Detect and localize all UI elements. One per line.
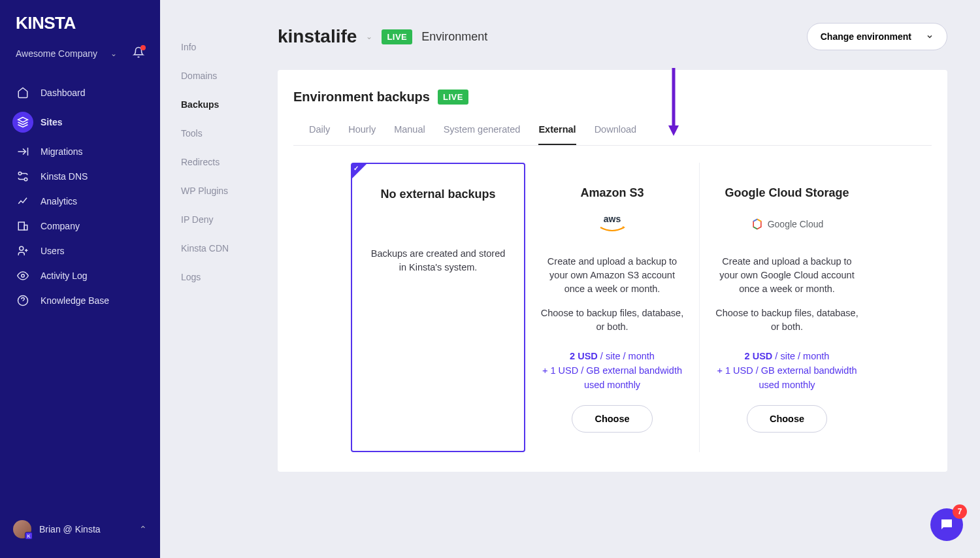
external-backup-cards: No external backups Backups are created … <box>293 163 932 452</box>
sidebar-item-dns[interactable]: Kinsta DNS <box>5 164 155 189</box>
site-name: kinstalife <box>278 26 357 47</box>
subnav-logs[interactable]: Logs <box>181 263 245 291</box>
change-environment-button[interactable]: Change environment <box>807 23 947 50</box>
migration-icon <box>17 146 29 157</box>
card-google-cloud-storage[interactable]: Google Cloud Storage Google Cloud Create… <box>700 163 874 452</box>
company-selector[interactable]: Awesome Company ⌄ <box>0 46 160 74</box>
backups-panel: Environment backups LIVE Daily Hourly Ma… <box>278 70 947 472</box>
sidebar-item-label: Migrations <box>41 146 83 157</box>
live-badge: LIVE <box>438 90 468 105</box>
sidebar-item-label: Users <box>41 246 65 256</box>
tab-daily[interactable]: Daily <box>309 124 330 145</box>
svg-point-4 <box>20 246 24 250</box>
layers-icon <box>17 116 29 128</box>
tab-external[interactable]: External <box>538 124 576 145</box>
logo-text: KINSTA <box>16 13 76 33</box>
card-desc: Create and upload a backup to your own G… <box>714 255 860 296</box>
card-desc: Choose to backup files, database, or bot… <box>714 306 860 334</box>
avatar-badge: K <box>25 532 33 540</box>
card-amazon-s3[interactable]: Amazon S3 aws Create and upload a backup… <box>525 163 700 452</box>
user-menu[interactable]: K Brian @ Kinsta ⌃ <box>0 514 160 545</box>
chat-icon <box>939 517 955 533</box>
avatar: K <box>13 520 31 538</box>
subnav-domains[interactable]: Domains <box>181 61 245 90</box>
sidebar-item-label: Activity Log <box>41 271 88 281</box>
notifications-bell[interactable] <box>133 46 144 61</box>
subnav-wp-plugins[interactable]: WP Plugins <box>181 176 245 205</box>
sidebar-item-label: Dashboard <box>41 88 86 98</box>
svg-text:aws: aws <box>604 214 621 224</box>
env-label: Environment <box>421 30 487 44</box>
site-subnav: Info Domains Backups Tools Redirects WP … <box>160 0 245 558</box>
tab-manual[interactable]: Manual <box>394 124 425 145</box>
card-title: No external backups <box>380 188 495 201</box>
tab-download[interactable]: Download <box>595 124 637 145</box>
sidebar-item-knowledge-base[interactable]: Knowledge Base <box>5 288 155 313</box>
tab-hourly[interactable]: Hourly <box>348 124 376 145</box>
chevron-down-icon <box>926 33 934 41</box>
sidebar-item-company[interactable]: Company <box>5 214 155 238</box>
main-sidebar: KINSTA Awesome Company ⌄ Dashboard Sites… <box>0 0 160 558</box>
svg-point-5 <box>22 274 25 278</box>
sidebar-item-activity-log[interactable]: Activity Log <box>5 263 155 288</box>
sidebar-item-label: Knowledge Base <box>41 295 109 306</box>
chevron-down-icon[interactable]: ⌄ <box>366 32 372 41</box>
panel-title: Environment backups <box>293 90 430 105</box>
subnav-ip-deny[interactable]: IP Deny <box>181 205 245 234</box>
user-name: Brian @ Kinsta <box>39 524 101 534</box>
card-no-external-backups[interactable]: No external backups Backups are created … <box>351 163 525 452</box>
backup-tabs: Daily Hourly Manual System generated Ext… <box>293 124 932 146</box>
aws-logo: aws <box>594 213 630 235</box>
google-cloud-logo: Google Cloud <box>751 213 824 235</box>
choose-button[interactable]: Choose <box>747 405 827 433</box>
dns-icon <box>17 171 29 182</box>
subnav-backups[interactable]: Backups <box>181 90 245 119</box>
subnav-tools[interactable]: Tools <box>181 119 245 148</box>
card-desc: Create and upload a backup to your own A… <box>540 255 685 296</box>
sidebar-item-dashboard[interactable]: Dashboard <box>5 80 155 105</box>
company-name: Awesome Company <box>16 48 97 59</box>
svg-point-1 <box>24 178 27 181</box>
check-icon <box>352 164 367 178</box>
subnav-info[interactable]: Info <box>181 33 245 61</box>
intercom-badge: 7 <box>953 504 967 519</box>
card-title: Amazon S3 <box>580 186 644 200</box>
subnav-kinsta-cdn[interactable]: Kinsta CDN <box>181 234 245 263</box>
intercom-button[interactable]: 7 <box>930 508 963 541</box>
card-desc: Choose to backup files, database, or bot… <box>540 306 685 334</box>
sidebar-item-label: Analytics <box>41 196 77 206</box>
svg-rect-2 <box>18 222 24 230</box>
main-content: kinstalife ⌄ LIVE Environment Change env… <box>245 0 980 558</box>
choose-button[interactable]: Choose <box>572 405 652 433</box>
sidebar-item-label: Kinsta DNS <box>41 171 88 182</box>
primary-nav: Dashboard Sites Migrations Kinsta DNS An… <box>0 74 160 320</box>
analytics-icon <box>17 195 29 207</box>
tab-system-generated[interactable]: System generated <box>444 124 521 145</box>
chevron-down-icon: ⌄ <box>110 49 117 58</box>
svg-point-0 <box>18 172 22 175</box>
live-badge: LIVE <box>382 29 412 44</box>
page-header: kinstalife ⌄ LIVE Environment Change env… <box>278 23 947 50</box>
svg-rect-3 <box>24 225 27 231</box>
company-icon <box>17 220 29 232</box>
card-desc: Backups are created and stored in Kinsta… <box>367 247 510 274</box>
sidebar-item-analytics[interactable]: Analytics <box>5 189 155 214</box>
sidebar-item-migrations[interactable]: Migrations <box>5 139 155 164</box>
users-icon <box>17 245 29 257</box>
home-icon <box>17 87 29 99</box>
chevron-up-icon: ⌃ <box>139 524 147 534</box>
sidebar-item-label: Company <box>41 221 80 231</box>
sidebar-item-label: Sites <box>41 117 62 127</box>
notification-dot <box>140 45 146 50</box>
logo: KINSTA <box>0 13 160 46</box>
card-pricing: 2 USD / site / month + 1 USD / GB extern… <box>540 350 685 392</box>
card-title: Google Cloud Storage <box>725 186 849 200</box>
sidebar-item-sites[interactable]: Sites <box>5 105 155 139</box>
subnav-redirects[interactable]: Redirects <box>181 148 245 176</box>
card-pricing: 2 USD / site / month + 1 USD / GB extern… <box>714 350 860 392</box>
help-icon <box>17 295 29 306</box>
sidebar-item-users[interactable]: Users <box>5 238 155 263</box>
eye-icon <box>17 270 29 282</box>
